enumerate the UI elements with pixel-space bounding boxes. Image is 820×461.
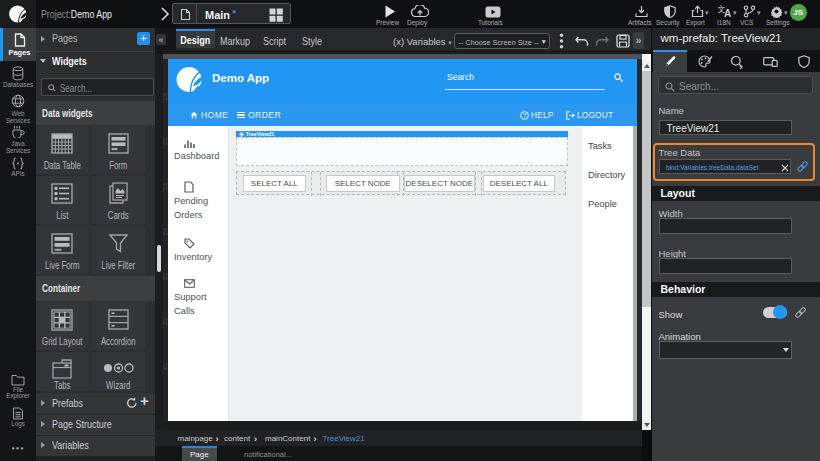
svg-text:?: ? xyxy=(523,111,527,118)
svg-text:A: A xyxy=(724,8,731,18)
